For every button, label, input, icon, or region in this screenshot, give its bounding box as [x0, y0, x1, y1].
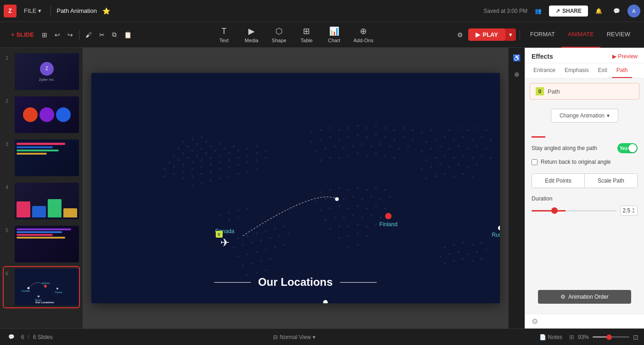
- path-animation-item[interactable]: 0 Path: [530, 83, 639, 100]
- slide-item-3[interactable]: 3: [4, 138, 79, 178]
- main-toolbar: + SLIDE ⊞ ↩ ↪ 🖌 ✂ ⧉ 📋 T Text ▶ Media ⬡ S…: [0, 22, 644, 48]
- add-slide-button[interactable]: + SLIDE: [7, 29, 38, 40]
- table-tool[interactable]: ⊞ Table: [293, 23, 320, 46]
- return-angle-checkbox[interactable]: [532, 159, 538, 165]
- toolbar-sep2: [79, 30, 79, 40]
- slide-item-2[interactable]: 2: [4, 95, 79, 135]
- table-icon: ⊞: [303, 26, 310, 36]
- collaborators-button[interactable]: 👥: [531, 6, 545, 16]
- edit-scale-buttons: Edit Points Scale Path: [532, 173, 638, 188]
- svg-point-252: [335, 197, 339, 201]
- redo-button[interactable]: ↪: [64, 29, 76, 41]
- location-brazil: Brazil: [319, 300, 332, 303]
- play-group: ▶ PLAY ▾: [468, 28, 515, 41]
- topbar: Z FILE ▾ Path Animation ⭐ Saved at 3:00 …: [0, 0, 644, 22]
- slide-item-5[interactable]: 5: [4, 224, 79, 264]
- duration-slider[interactable]: [532, 210, 616, 211]
- play-icon: ▶: [476, 31, 480, 38]
- cut-button[interactable]: ✂: [96, 29, 108, 41]
- stay-angled-toggle[interactable]: Yes: [617, 143, 638, 153]
- svg-text:Canada: Canada: [22, 289, 30, 292]
- toolbar-sep3: [520, 30, 520, 40]
- scale-path-button[interactable]: Scale Path: [585, 174, 637, 188]
- effects-header: Effects ▶ Preview: [525, 48, 644, 63]
- edit-points-button[interactable]: Edit Points: [532, 174, 585, 188]
- share-icon: ↗: [555, 8, 560, 14]
- chat-button[interactable]: 💬: [6, 333, 17, 341]
- slide-num-4: 4: [6, 184, 12, 190]
- duration-value: 2.5: [622, 207, 630, 214]
- tab-format[interactable]: FORMAT: [524, 22, 561, 48]
- sidebar-tools: ♿ ⊕: [508, 48, 525, 328]
- file-label: FILE: [24, 7, 36, 14]
- accessibility-button[interactable]: ♿: [510, 51, 523, 64]
- slide-thumb-5: [15, 226, 79, 262]
- format-painter-button[interactable]: 🖌: [82, 29, 95, 41]
- table-icon-bottom[interactable]: ⊞: [569, 334, 574, 340]
- shape-tool[interactable]: ⬡ Shape: [265, 23, 293, 46]
- play-button[interactable]: ▶ PLAY: [468, 28, 505, 41]
- grid-view-button[interactable]: ⊞: [39, 29, 50, 41]
- toggle-yes-label: Yes: [620, 146, 627, 151]
- change-animation-button[interactable]: Change Animation ▾: [551, 109, 618, 122]
- zoom-level-text: 93%: [578, 334, 589, 340]
- addons-icon: ⊕: [360, 26, 367, 36]
- slide-canvas[interactable]: Canada 0 ✈ Finland Russia: [91, 73, 500, 303]
- zoom-slider[interactable]: [593, 336, 629, 338]
- slide-num-1: 1: [6, 55, 12, 61]
- brazil-dot: [323, 300, 328, 303]
- slide-item-6[interactable]: 6 Canada Finland Russia Brazil Our Locat…: [4, 267, 79, 307]
- avatar[interactable]: A: [627, 5, 640, 17]
- notifications-button[interactable]: 🔔: [592, 6, 606, 16]
- text-tool[interactable]: T Text: [210, 24, 238, 46]
- svg-point-2: [56, 288, 58, 289]
- messages-button[interactable]: 💬: [610, 6, 624, 16]
- slide-item-4[interactable]: 4: [4, 181, 79, 221]
- zoom-fit-button[interactable]: ⊡: [633, 334, 638, 341]
- slide-num-3: 3: [6, 141, 12, 147]
- view-tabs: FORMAT ANIMATE REVIEW: [524, 22, 637, 48]
- presentation-title[interactable]: Path Animation: [56, 7, 96, 14]
- notes-button[interactable]: 📄 Notes: [536, 333, 566, 342]
- finland-label: Finland: [380, 221, 398, 228]
- duration-down-button[interactable]: ▼: [632, 211, 635, 214]
- anim-tab-emphasis[interactable]: Emphasis: [560, 63, 594, 78]
- media-tool[interactable]: ▶ Media: [238, 23, 265, 46]
- slide-item-1[interactable]: 1 Z Zyller Inc.: [4, 51, 79, 92]
- copy-button[interactable]: ⧉: [109, 28, 120, 41]
- main-area: 1 Z Zyller Inc. 2 3: [0, 48, 644, 328]
- path-badge: 0: [536, 87, 544, 95]
- zoom-panel-button[interactable]: ⊕: [510, 68, 523, 81]
- preview-play-icon: ▶: [612, 53, 616, 60]
- tab-review[interactable]: REVIEW: [600, 22, 637, 48]
- undo-button[interactable]: ↩: [51, 29, 63, 41]
- settings-button[interactable]: ⚙: [454, 29, 466, 41]
- tab-animate[interactable]: ANIMATE: [561, 22, 600, 48]
- duration-row: 2.5 ▲ ▼: [532, 206, 638, 216]
- chart-tool[interactable]: 📊 Chart: [320, 23, 348, 46]
- animation-order-button[interactable]: ⚙ Animation Order: [538, 290, 631, 304]
- play-dropdown-button[interactable]: ▾: [505, 28, 516, 41]
- toolbar-left: + SLIDE ⊞ ↩ ↪ 🖌 ✂ ⧉ 📋: [7, 28, 135, 41]
- view-mode-button[interactable]: ⊟ Normal View ▾: [270, 333, 319, 342]
- slides-panel: 1 Z Zyller Inc. 2 3: [0, 48, 83, 328]
- addons-tool[interactable]: ⊕ Add-Ons: [348, 23, 379, 46]
- slide-thumb-1: Z Zyller Inc.: [15, 53, 79, 90]
- paste-button[interactable]: 📋: [121, 29, 135, 41]
- share-button[interactable]: ↗ SHARE: [549, 6, 588, 17]
- anim-tab-path[interactable]: Path: [612, 63, 633, 78]
- airplane-icon: ✈: [220, 236, 230, 249]
- bottom-bar: 💬 6 / 6 Slides ⊟ Normal View ▾ 📄 Notes ⊞…: [0, 328, 644, 345]
- right-panel: Effects ▶ Preview Entrance Emphasis Exit…: [525, 48, 644, 328]
- anim-tab-exit[interactable]: Exit: [594, 63, 612, 78]
- file-menu[interactable]: FILE ▾: [20, 6, 45, 16]
- panel-settings-icon[interactable]: ⚙: [532, 317, 538, 326]
- preview-button[interactable]: ▶ Preview: [612, 53, 638, 60]
- slide-total: 6 Slides: [33, 334, 53, 340]
- slide-current-num: 6: [21, 334, 24, 340]
- location-finland: Finland: [380, 213, 398, 228]
- russia-dot: [498, 226, 500, 230]
- view-mode-icon: ⊟: [273, 334, 278, 340]
- anim-tab-entrance[interactable]: Entrance: [529, 63, 560, 78]
- bookmark-icon[interactable]: ⭐: [102, 7, 110, 15]
